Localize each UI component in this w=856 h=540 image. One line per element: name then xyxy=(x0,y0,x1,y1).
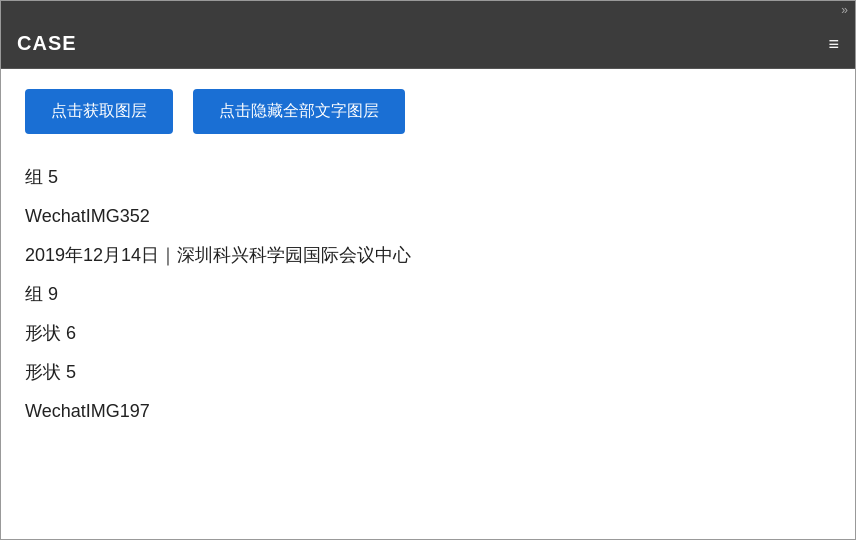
button-row: 点击获取图层 点击隐藏全部文字图层 xyxy=(25,89,831,134)
layer-item: WechatIMG197 xyxy=(25,392,831,431)
layer-item: 2019年12月14日｜深圳科兴科学园国际会议中心 xyxy=(25,236,831,275)
main-content: 点击获取图层 点击隐藏全部文字图层 组 5WechatIMG3522019年12… xyxy=(1,69,855,539)
resize-icon: » xyxy=(841,3,847,17)
layer-item: 形状 6 xyxy=(25,314,831,353)
app-title: CASE xyxy=(17,32,77,55)
layer-item: 形状 5 xyxy=(25,353,831,392)
get-layers-button[interactable]: 点击获取图层 xyxy=(25,89,173,134)
layer-item: 组 9 xyxy=(25,275,831,314)
top-resize-bar: » xyxy=(1,1,855,19)
hide-text-layers-button[interactable]: 点击隐藏全部文字图层 xyxy=(193,89,405,134)
title-bar: CASE ≡ xyxy=(1,19,855,69)
menu-icon[interactable]: ≡ xyxy=(828,35,839,53)
layer-item: 组 5 xyxy=(25,158,831,197)
layer-item: WechatIMG352 xyxy=(25,197,831,236)
layer-list: 组 5WechatIMG3522019年12月14日｜深圳科兴科学园国际会议中心… xyxy=(25,158,831,431)
app-container: » CASE ≡ 点击获取图层 点击隐藏全部文字图层 组 5WechatIMG3… xyxy=(0,0,856,540)
